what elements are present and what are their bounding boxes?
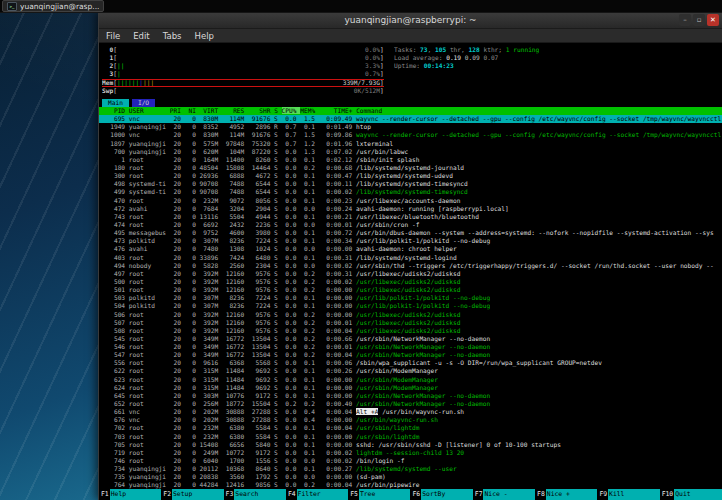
fkey-F4[interactable]: F4Filter [286, 489, 348, 500]
menu-file[interactable]: File [106, 31, 120, 41]
process-row-695[interactable]: 695 vnc 20 0 830M 114M 91676 S 0.0 1.5 0… [99, 115, 722, 123]
process-command: sshd: /usr/sbin/sshd -D [listener] 0 of … [356, 441, 561, 448]
process-fields: 703 root 20 0 232M 6380 5584 S 0.0 0.1 0… [99, 433, 356, 440]
process-command: /usr/sbin/NetworkManager --no-daemon [356, 343, 490, 350]
process-fields: 300 root 20 0 26936 6888 4672 S 0.0 0.1 … [99, 172, 356, 179]
process-row-547[interactable]: 547 root 20 0 349M 16772 13504 S 0.0 0.2… [99, 351, 722, 359]
fkey-F8[interactable]: F8Nice + [535, 489, 597, 500]
process-row-476[interactable]: 476 avahi 20 0 7480 1308 1024 S 0.0 0.0 … [99, 245, 722, 253]
process-row-652[interactable]: 652 root 20 0 256M 18772 15504 S 0.2 0.2… [99, 400, 722, 408]
process-row-300[interactable]: 300 root 20 0 26936 6888 4672 S 0.0 0.1 … [99, 172, 722, 180]
process-command: /usr/bin/labwc [356, 148, 408, 155]
process-fields: 645 root 20 0 303M 10776 9172 S 0.0 0.1 … [99, 392, 356, 399]
process-row-474[interactable]: 474 root 20 0 6692 2432 2236 S 0.0 0.0 0… [99, 221, 722, 229]
process-fields: 403 root 20 0 33896 7424 6480 S 0.0 0.1 … [99, 254, 356, 261]
column-res: RES [222, 107, 248, 114]
meters-column: 0[0.0%] 1[0.0%] 2[||3.3%] 3[|0.7%]Mem[||… [102, 46, 384, 95]
fkey-F6[interactable]: F6SortBy [410, 489, 472, 500]
process-row-1949[interactable]: 1949 yuanqingji 20 0 8352 4952 2896 R 0.… [99, 123, 722, 131]
process-fields: 472 avahi 20 0 7684 3204 2904 S 0.0 0.0 … [99, 205, 356, 212]
process-fields: 676 vnc 20 0 202M 30888 27288 S 0.0 0.4 … [99, 416, 356, 423]
menu-tabs[interactable]: Tabs [163, 31, 182, 41]
window-title: yuanqingjian@raspberrypi: ~ [99, 15, 722, 25]
process-row-473[interactable]: 473 polkitd 20 0 307M 8236 7224 S 0.0 0.… [99, 237, 722, 245]
fkey-F3[interactable]: F3Search [224, 489, 286, 500]
process-row-508[interactable]: 508 root 20 0 392M 12160 9576 S 0.0 0.2 … [99, 327, 722, 335]
fkey-label: F2 [161, 489, 172, 500]
process-row-1897[interactable]: 1897 yuanqingji 20 0 575M 97848 75320 S … [99, 140, 722, 148]
process-row-501[interactable]: 501 root 20 0 392M 12160 9576 S 0.0 0.2 … [99, 286, 722, 294]
process-fields: 546 root 20 0 349M 16772 13504 S 0.0 0.2… [99, 343, 356, 350]
process-row-1[interactable]: 1 root 20 0 164M 11400 8260 S 0.0 0.1 0:… [99, 156, 722, 164]
process-row-735[interactable]: 735 yuanqingji 20 0 20838 3560 1792 S 0.… [99, 473, 722, 481]
process-row-702[interactable]: 702 root 20 0 232M 6380 5584 S 0.0 0.1 0… [99, 424, 722, 432]
process-row-700[interactable]: 700 yuanqingji 20 0 620M 104M 87220 S 0.… [99, 148, 722, 156]
process-row-494[interactable]: 494 nobody 20 0 5828 2560 2304 S 0.0 0.0… [99, 262, 722, 270]
process-row-497[interactable]: 497 root 20 0 392M 12160 9576 S 0.0 0.2 … [99, 270, 722, 278]
process-fields: 556 root 20 0 9616 6368 5568 S 0.0 0.1 0… [99, 359, 356, 366]
process-row-645[interactable]: 645 root 20 0 303M 10776 9172 S 0.0 0.1 … [99, 392, 722, 400]
process-command: avahi-daemon: running [raspberrypi.local… [356, 205, 509, 212]
task-button-terminal[interactable]: >_ yuanqingjian@rasp... [2, 0, 104, 12]
process-fields: 497 root 20 0 392M 12160 9576 S 0.0 0.2 … [99, 270, 356, 277]
column-command: Command [356, 107, 382, 114]
process-row-403[interactable]: 403 root 20 0 33896 7424 6480 S 0.0 0.1 … [99, 254, 722, 262]
process-row-472[interactable]: 472 avahi 20 0 7684 3204 2904 S 0.0 0.0 … [99, 205, 722, 213]
process-fields: 764 yuanqingji 20 0 44284 12416 9856 S 0… [99, 481, 356, 488]
process-row-676[interactable]: 676 vnc 20 0 202M 30888 27288 S 0.0 0.4 … [99, 416, 722, 424]
process-fields: 499 systemd-ti 20 0 90708 7488 6544 S 0.… [99, 188, 356, 195]
fkey-F1[interactable]: F1Help [99, 489, 161, 500]
menu-help[interactable]: Help [195, 31, 214, 41]
process-row-504[interactable]: 504 polkitd 20 0 307M 8236 7224 S 0.0 0.… [99, 302, 722, 310]
process-fields: 507 root 20 0 392M 12160 9576 S 0.0 0.2 … [99, 319, 356, 326]
process-row-180[interactable]: 180 root 20 0 48504 15808 14464 S 0.0 0.… [99, 164, 722, 172]
fkey-action: Kill [608, 489, 660, 500]
tab-main[interactable]: Main [102, 99, 129, 107]
process-row-495[interactable]: 495 messagebus 20 0 9752 4600 3980 S 0.0… [99, 229, 722, 237]
process-table-header[interactable]: PID USER PRI NI VIRT RES SHR S CPU% MEM%… [99, 107, 722, 115]
process-command: /usr/libexec/udisks2/udisksd [356, 278, 460, 285]
process-row-743[interactable]: 743 root 20 0 13116 5504 4944 S 0.0 0.1 … [99, 213, 722, 221]
process-command: avahi-daemon: chroot helper [356, 245, 457, 252]
process-command: /sbin/wpa_supplicant -u -s -O DIR=/run/w… [356, 359, 602, 366]
process-row-546[interactable]: 546 root 20 0 349M 16772 13504 S 0.0 0.2… [99, 343, 722, 351]
tab-io[interactable]: I/O [132, 99, 155, 107]
process-row-622[interactable]: 622 root 20 0 315M 11484 9692 S 0.0 0.1 … [99, 367, 722, 375]
process-row-498[interactable]: 498 systemd-ti 20 0 90708 7488 6544 S 0.… [99, 180, 722, 188]
task-button-label: yuanqingjian@rasp... [20, 2, 99, 11]
column-pid: PID [99, 107, 129, 114]
process-row-623[interactable]: 623 root 20 0 315M 11484 9692 S 0.0 0.1 … [99, 376, 722, 384]
process-command: /usr/sbin/NetworkManager --no-daemon [356, 392, 490, 399]
process-row-661[interactable]: 661 vnc 20 0 202M 30888 27288 S 0.0 0.4 … [99, 408, 722, 416]
fkey-F2[interactable]: F2Setup [161, 489, 223, 500]
process-row-705[interactable]: 705 root 20 0 15408 6656 5840 S 0.0 0.1 … [99, 441, 722, 449]
fkey-F9[interactable]: F9Kill [597, 489, 659, 500]
fkey-action: Help [110, 489, 162, 500]
process-row-734[interactable]: 734 yuanqingji 20 0 20112 10368 8640 S 0… [99, 465, 722, 473]
process-command: /usr/libexec/udisks2/udisksd [356, 311, 460, 318]
fkey-F10[interactable]: F10Quit [660, 489, 722, 500]
fkey-F5[interactable]: F5Tree [348, 489, 410, 500]
minimize-button[interactable]: – [679, 14, 691, 26]
process-row-499[interactable]: 499 systemd-ti 20 0 90708 7488 6544 S 0.… [99, 188, 722, 196]
process-row-503[interactable]: 503 polkitd 20 0 307M 8236 7224 S 0.0 0.… [99, 294, 722, 302]
process-fields: 500 root 20 0 392M 12160 9576 S 0.0 0.2 … [99, 278, 356, 285]
process-row-507[interactable]: 507 root 20 0 392M 12160 9576 S 0.0 0.2 … [99, 319, 722, 327]
function-key-bar: F1HelpF2SetupF3SearchF4FilterF5TreeF6Sor… [99, 489, 722, 500]
process-fields: 622 root 20 0 315M 11484 9692 S 0.0 0.1 … [99, 367, 356, 374]
process-row-703[interactable]: 703 root 20 0 232M 6380 5584 S 0.0 0.1 0… [99, 433, 722, 441]
menu-edit[interactable]: Edit [133, 31, 149, 41]
process-row-506[interactable]: 506 root 20 0 392M 12160 9576 S 0.0 0.2 … [99, 311, 722, 319]
process-row-624[interactable]: 624 root 20 0 315M 11484 9692 S 0.0 0.1 … [99, 384, 722, 392]
process-row-719[interactable]: 719 root 20 0 249M 10772 9172 S 0.0 0.1 … [99, 449, 722, 457]
process-row-470[interactable]: 470 root 20 0 232M 9072 8056 S 0.0 0.1 0… [99, 197, 722, 205]
close-button[interactable]: ✕ [707, 14, 719, 26]
process-row-545[interactable]: 545 root 20 0 349M 16772 13504 S 0.0 0.2… [99, 335, 722, 343]
maximize-button[interactable]: ▫ [693, 14, 705, 26]
fkey-F7[interactable]: F7Nice - [473, 489, 535, 500]
process-row-746[interactable]: 746 root 20 0 6040 1700 1556 S 0.0 0.0 0… [99, 457, 722, 465]
process-row-556[interactable]: 556 root 20 0 9616 6368 5568 S 0.0 0.1 0… [99, 359, 722, 367]
process-row-764[interactable]: 764 yuanqingji 20 0 44284 12416 9856 S 0… [99, 481, 722, 489]
process-row-1000[interactable]: 1000 vnc 20 0 830M 114M 91676 S 0.7 1.5 … [99, 131, 722, 139]
process-row-500[interactable]: 500 root 20 0 392M 12160 9576 S 0.0 0.2 … [99, 278, 722, 286]
